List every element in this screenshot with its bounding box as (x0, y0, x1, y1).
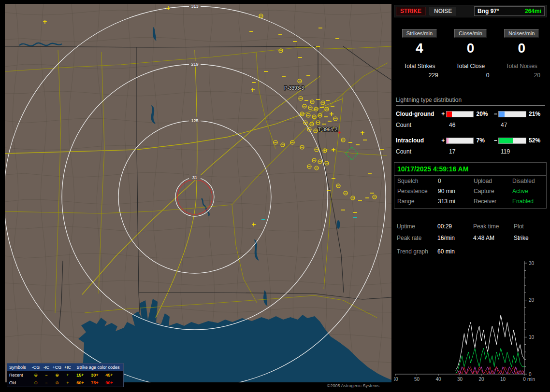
close-per-min-value: 0 (445, 41, 496, 56)
cloud-ground-row: Cloud-ground + 20% − 21% (396, 111, 545, 117)
rate-values-row: 4 0 0 (394, 41, 547, 56)
cg-negative-bar (498, 111, 526, 117)
x-tick-label: 30 (457, 377, 463, 382)
legend-neg-ic-header: -IC (41, 365, 52, 370)
indicator-bar: STRIKE NOISE Bng 97° 264mi (394, 5, 547, 17)
session-row: Uptime 00:29 Peak time Plot (397, 223, 547, 230)
persistence-label: Persistence (397, 188, 438, 195)
total-noises-value: 20 (496, 72, 547, 79)
total-noises-label: Total Noises (506, 63, 537, 70)
bearing-value: Bng 97° (478, 8, 499, 14)
x-tick-label: 50 (414, 377, 420, 382)
range-value: 313 mi (438, 198, 474, 205)
ring-distance-label: 313 (191, 4, 198, 9)
total-close-value: 0 (445, 72, 496, 79)
uptime-label: Uptime (397, 223, 437, 230)
trend-graph: 01020306050403020100min (394, 258, 547, 388)
close-per-min-chip: Close/min (454, 29, 487, 38)
legend-age-label: Recent (7, 373, 30, 378)
storm-cell-label: T-3964-2 (318, 127, 337, 132)
total-strikes-value: 229 (394, 72, 445, 79)
ic-positive-bar-fill (447, 138, 449, 143)
ic-negative-bar-fill (499, 138, 513, 143)
upload-label: Upload (474, 178, 512, 184)
y-tick-label: 30 (529, 261, 535, 266)
distance-value: 264mi (525, 8, 541, 14)
symbol-legend: Symbols -CG -IC +CG +IC Strike age color… (7, 363, 124, 387)
ic-positive-count: 17 (446, 148, 492, 155)
lightning-type-distribution: Lightning type distribution Cloud-ground… (396, 97, 545, 155)
legend-age-code: 75+ (87, 380, 102, 385)
squelch-label: Squelch (397, 178, 438, 184)
session-block: Uptime 00:29 Peak time Plot Peak rate 16… (397, 223, 547, 246)
ring-distance-label: 219 (191, 62, 198, 67)
cg-positive-bar (446, 111, 474, 117)
peak-rate-label: Peak rate (397, 235, 437, 241)
status-row: Persistence 90 min Capture Active (394, 186, 546, 196)
trend-graph-header: Trend graph 60 min (397, 248, 455, 255)
legend-pos-ic-header: +IC (62, 365, 73, 370)
y-tick-label: 10 (529, 335, 535, 340)
count-label: Count (396, 122, 440, 128)
legend-symbol-negic: − (41, 380, 52, 385)
legend-age-code: 45+ (102, 373, 116, 378)
legend-symbols-header: Symbols (7, 365, 30, 370)
rate-chip-row: Strikes/min Close/min Noises/min (394, 29, 547, 38)
legend-age-code: 15+ (73, 373, 87, 378)
trend-graph-window: 60 min (437, 248, 455, 255)
cg-positive-bar-fill (447, 112, 452, 117)
x-tick-label: 40 (435, 377, 441, 382)
ic-negative-pct: 52% (526, 137, 545, 144)
lake (337, 220, 340, 229)
plot-value: Strike (514, 235, 547, 241)
trend-graph-label: Trend graph (397, 248, 437, 255)
legend-age-code: 60+ (73, 380, 87, 385)
intracloud-count-row: Count 17 119 (396, 148, 545, 155)
sidebar: STRIKE NOISE Bng 97° 264mi Strikes/min C… (394, 4, 547, 388)
legend-symbol-negcg: ⊖ (30, 380, 41, 385)
receiver-value: Enabled (512, 198, 543, 205)
ring-distance-label: 125 (191, 118, 198, 123)
total-strikes: Total Strikes 229 (394, 63, 445, 79)
totals-row: Total Strikes 229 Total Close 0 Total No… (394, 63, 547, 79)
cg-negative-pct: 21% (526, 111, 545, 117)
cg-negative-bar-fill (499, 112, 505, 117)
legend-age-code: 90+ (102, 380, 116, 385)
legend-row-old: Old⊖−⊕+60+75+90+ (7, 379, 123, 387)
session-row: Peak rate 16/min 4:48 AM Strike (397, 235, 547, 241)
x-tick-label: 10 (500, 377, 506, 382)
uptime-value: 00:29 (437, 223, 473, 230)
capture-label: Capture (474, 188, 512, 195)
ic-positive-bar (446, 138, 474, 144)
total-close-label: Total Close (456, 63, 485, 70)
strike-indicator[interactable]: STRIKE (396, 7, 426, 15)
x-tick-label: 60 (394, 377, 398, 382)
minus-sign: − (492, 137, 498, 144)
legend-age-label: Old (7, 380, 30, 385)
capture-value: Active (512, 188, 543, 195)
storm-cell-label: P-3393-3 (284, 85, 304, 91)
intracloud-row: Intracloud + 7% − 52% (396, 137, 545, 144)
map-canvas[interactable]: 31321912531 P-3393-3T-3964-2 (5, 4, 391, 382)
legend-header-row: Symbols -CG -IC +CG +IC Strike age color… (7, 364, 123, 371)
cloud-ground-count-row: Count 46 47 (396, 122, 545, 128)
distribution-title: Lightning type distribution (396, 97, 545, 106)
noise-indicator[interactable]: NOISE (430, 7, 456, 15)
range-label: Range (397, 198, 438, 205)
legend-body: Recent⊖−⊕+15+30+45+Old⊖−⊕+60+75+90+ (7, 371, 123, 387)
legend-row-recent: Recent⊖−⊕+15+30+45+ (7, 371, 123, 379)
plus-sign: + (440, 137, 446, 144)
y-tick-label: 20 (529, 297, 535, 303)
bearing-panel: Bng 97° 264mi (474, 6, 545, 16)
datetime: 10/17/2025 4:59:16 AM (394, 163, 546, 176)
legend-age-header: Strike age color codes (73, 365, 123, 370)
status-panel: 10/17/2025 4:59:16 AM Squelch 0 Upload D… (394, 162, 547, 209)
trend-series-intracloud-rate (456, 348, 524, 374)
persistence-value: 90 min (438, 188, 474, 195)
count-label: Count (396, 148, 440, 155)
ic-positive-pct: 7% (474, 137, 492, 144)
legend-neg-cg-header: -CG (30, 365, 41, 370)
x-tick-label: 20 (478, 377, 484, 382)
legend-symbol-posic: + (62, 380, 73, 385)
total-close: Total Close 0 (445, 63, 496, 79)
